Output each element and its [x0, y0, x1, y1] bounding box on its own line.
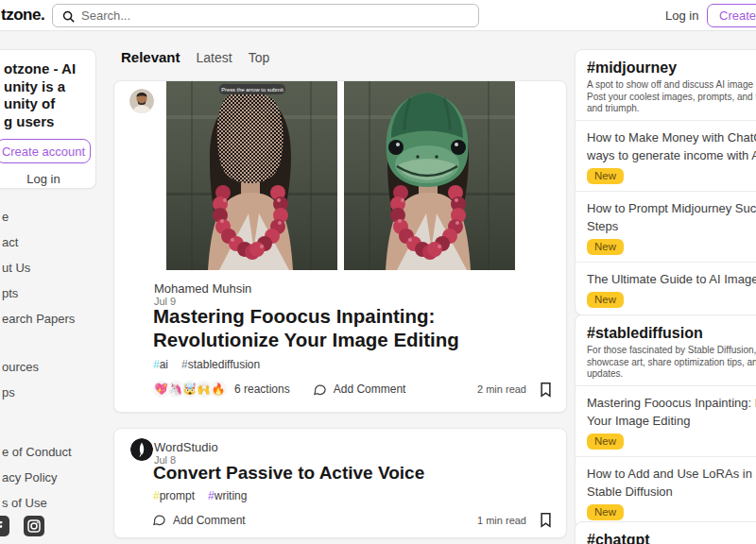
tab-latest[interactable]: Latest	[197, 50, 232, 65]
tab-relevant[interactable]: Relevant	[121, 49, 180, 65]
intro-line: otzone - AI	[4, 60, 90, 78]
sidebar-item-research-papers[interactable]: earch Papers	[0, 306, 104, 332]
feed-tabs: Relevant Latest Top	[121, 49, 269, 65]
post-tags: #ai #stablediffusion	[153, 358, 260, 371]
avatar[interactable]	[130, 438, 153, 461]
new-badge: New	[587, 239, 624, 255]
bookmark-icon[interactable]	[539, 382, 553, 398]
sidebar-post-link[interactable]: How to Add and Use LoRAs in Fooocu Stabl…	[576, 456, 756, 527]
community-intro: otzone - AI unity is a unity of g users	[0, 50, 95, 130]
add-comment-button[interactable]: Add Comment	[313, 382, 406, 397]
tag-card-header: #stablediffusion For those fascinated by…	[576, 315, 756, 385]
tag-card-midjourney: #midjourney A spot to show off and discu…	[575, 49, 756, 315]
post-cover-image[interactable]: Press the arrow to submit	[166, 81, 515, 270]
post-footer: Add Comment 1 min read	[152, 512, 553, 528]
sidebar-post-link[interactable]: How to Prompt Midjourney Success in Step…	[576, 191, 756, 262]
sidebar-item-prompts[interactable]: pts	[0, 280, 104, 306]
post-card-2: WordStudio Jul 8 Convert Passive to Acti…	[113, 428, 567, 538]
tab-top[interactable]: Top	[249, 50, 270, 65]
post-title[interactable]: Mastering Fooocus Inpainting: Revolution…	[153, 304, 459, 351]
new-badge: New	[587, 292, 624, 308]
tag-writing[interactable]: #writing	[208, 489, 247, 502]
tag-hash: #	[153, 489, 160, 502]
post-title[interactable]: Convert Passive to Active Voice	[153, 463, 424, 484]
sidebar-post-title-line: The Ultimate Guide to AI Image Gener	[587, 270, 756, 288]
sidebar-item-privacy-policy[interactable]: acy Policy	[0, 465, 104, 490]
add-comment-button[interactable]: Add Comment	[152, 513, 246, 527]
tag-card-chatgpt: #chatgpt	[575, 521, 756, 544]
post-tags: #prompt #writing	[153, 489, 247, 502]
intro-line: unity is a	[4, 78, 90, 96]
tag-stablediffusion[interactable]: #stablediffusion	[181, 358, 260, 371]
new-badge: New	[587, 168, 624, 184]
site-logo[interactable]: tzone.	[1, 6, 44, 25]
read-time: 1 min read	[477, 515, 526, 526]
tag-label: ai	[160, 358, 168, 371]
sidebar-post-title-line: How to Add and Use LoRAs in Fooocu	[587, 465, 756, 483]
tag-heading[interactable]: #stablediffusion	[587, 324, 756, 342]
post-title-line: Mastering Fooocus Inpainting:	[153, 304, 459, 328]
tag-prompt[interactable]: #prompt	[153, 489, 195, 502]
bookmark-icon[interactable]	[539, 512, 553, 528]
facebook-icon[interactable]	[0, 516, 9, 536]
sidebar-item-contact[interactable]: act	[0, 230, 104, 255]
post-footer: 💖 🦄 🤯 🙌 🔥 6 reactions Add Comment 2 min …	[152, 380, 553, 399]
avatar[interactable]	[129, 89, 154, 113]
sidebar-nav-legal: e of Conduct acy Policy s of Use	[0, 439, 104, 516]
nav-login-link[interactable]: Log in	[665, 8, 698, 23]
add-comment-label: Add Comment	[334, 382, 406, 396]
tag-heading[interactable]: #midjourney	[587, 59, 756, 76]
sidebar-item-terms-of-use[interactable]: s of Use	[0, 490, 104, 516]
before-image-panel: Press the arrow to submit	[166, 81, 337, 270]
sidebar-post-title-line: Steps	[587, 217, 756, 235]
search-input[interactable]	[81, 6, 469, 26]
sidebar-post-title-line: ways to generate income with AI.	[587, 146, 756, 164]
desc-line: showcase art, share optimization tips, a…	[587, 357, 756, 369]
inpaint-tooltip: Press the arrow to submit	[221, 87, 284, 93]
desc-line: updates.	[587, 368, 756, 381]
intro-line: g users	[4, 113, 90, 131]
search-icon	[61, 9, 76, 24]
tag-card-header: #midjourney A spot to show off and discu…	[576, 50, 756, 120]
sidebar-login-link[interactable]: Log in	[0, 172, 95, 186]
top-navbar: tzone. Log in Create account	[0, 0, 756, 31]
reactions-button[interactable]: 💖 🦄 🤯 🙌 🔥	[152, 380, 223, 399]
desc-line: Post your coolest images, prompts, and t…	[587, 92, 756, 104]
desc-line: A spot to show off and discuss AI image …	[587, 79, 756, 92]
social-links	[0, 516, 44, 536]
after-image-panel	[344, 81, 515, 270]
instagram-icon[interactable]	[24, 516, 44, 536]
new-badge: New	[587, 434, 624, 450]
post-author[interactable]: Mohamed Muhsin	[154, 281, 251, 296]
signup-card: otzone - AI unity is a unity of g users …	[0, 49, 96, 189]
tag-label: prompt	[160, 489, 195, 502]
tag-ai[interactable]: #ai	[153, 358, 168, 371]
fire-emoji: 🔥	[209, 380, 228, 399]
desc-line: For those fascinated by Stable Diffusion…	[587, 345, 756, 357]
sidebar-post-title-line: How to Prompt Midjourney Success in	[587, 199, 756, 217]
sidebar-item-code-of-conduct[interactable]: e of Conduct	[0, 439, 104, 465]
tag-card-stablediffusion: #stablediffusion For those fascinated by…	[575, 314, 756, 528]
sidebar-post-title-line: How to Make Money with ChatGPT ?	[587, 128, 756, 146]
intro-line: unity of	[4, 95, 90, 113]
post-title-line: Revolutionize Your Image Editing	[153, 328, 459, 351]
tag-hash: #	[208, 489, 215, 502]
post-author[interactable]: WordStudio	[154, 440, 218, 454]
sidebar-post-title-line: Your Image Editing	[587, 412, 756, 430]
sidebar-item-resources[interactable]: ources	[0, 354, 104, 380]
search-bar	[52, 4, 479, 27]
tag-heading[interactable]: #chatgpt	[587, 531, 756, 544]
sidebar-item-home[interactable]: e	[0, 204, 104, 230]
reactions-count[interactable]: 6 reactions	[234, 382, 290, 396]
nav-create-account-button[interactable]: Create account	[707, 4, 756, 27]
sidebar-item-apps[interactable]: ps	[0, 380, 104, 405]
sidebar-post-link[interactable]: Mastering Fooocus Inpainting: Revolu You…	[576, 385, 756, 456]
sidebar-item-about-us[interactable]: ut Us	[0, 255, 104, 280]
tag-hash: #	[153, 358, 160, 371]
sidebar-post-link[interactable]: The Ultimate Guide to AI Image Gener New	[576, 262, 756, 314]
comment-icon	[152, 513, 166, 527]
post-title-line: Convert Passive to Active Voice	[153, 463, 424, 484]
sidebar-post-link[interactable]: How to Make Money with ChatGPT ? ways to…	[576, 120, 756, 191]
sidebar-nav-secondary: ources ps	[0, 354, 104, 405]
sidebar-create-account-button[interactable]: Create account	[0, 139, 91, 163]
